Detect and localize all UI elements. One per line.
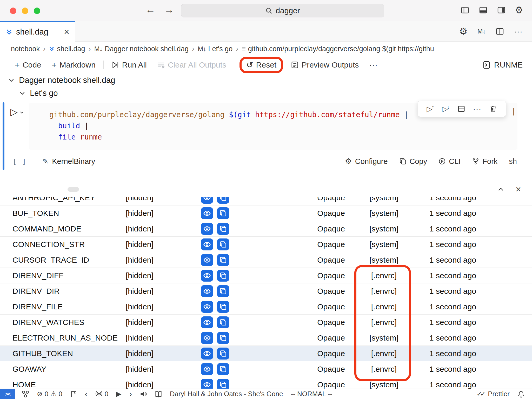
collapse-chevron-icon[interactable] — [19, 90, 25, 96]
flag-icon[interactable] — [70, 391, 77, 397]
previous-track-button[interactable]: ‹ — [85, 389, 88, 399]
code-link[interactable]: https://github.com/stateful/runme — [255, 110, 400, 119]
play-button[interactable]: ▶ — [116, 390, 121, 398]
command-center-search[interactable]: dagger — [181, 4, 384, 17]
env-table-row[interactable]: DIRENV_FILE [hidden] — [0, 299, 532, 315]
close-panel-icon[interactable]: × — [516, 185, 521, 194]
execute-below-button[interactable]: ▷↓ — [442, 105, 450, 113]
more-actions-icon[interactable]: ··· — [514, 27, 523, 36]
forward-button[interactable]: → — [164, 4, 174, 15]
back-button[interactable]: ← — [145, 4, 155, 15]
panel-tab[interactable] — [68, 187, 79, 192]
run-options-chevron-icon[interactable] — [19, 110, 24, 115]
broadcast-status[interactable]: 0 — [95, 390, 108, 398]
split-editor-icon[interactable] — [495, 27, 504, 36]
toggle-panel-icon[interactable] — [478, 6, 488, 14]
configure-button[interactable]: ⚙ Configure — [345, 157, 388, 166]
kernel-selector[interactable]: ✎ KernelBinary — [42, 157, 95, 166]
source-control-tree-icon[interactable] — [22, 390, 29, 398]
env-table-row[interactable]: CONNECTION_STR [hidden] — [0, 237, 532, 252]
clear-all-outputs-button[interactable]: Clear All Outputs — [152, 58, 231, 72]
toggle-secondary-sidebar-icon[interactable] — [497, 6, 506, 14]
markdown-preview-icon[interactable]: M↓ — [477, 28, 486, 35]
volume-icon[interactable] — [140, 390, 147, 398]
vim-mode-indicator[interactable]: -- NORMAL -- — [291, 390, 332, 398]
breadcrumb-item-notebook[interactable]: notebook — [11, 45, 40, 53]
formatter-status[interactable]: ✓✓ Prettier — [477, 390, 510, 398]
remote-indicator[interactable]: >< — [0, 389, 15, 399]
cell-more-button[interactable]: ··· — [473, 104, 482, 113]
copy-value-button[interactable] — [217, 238, 229, 250]
reveal-value-button[interactable] — [201, 301, 213, 313]
env-table-row[interactable]: ELECTRON_RUN_AS_NODE [hidden] — [0, 330, 532, 346]
close-tab-icon[interactable]: × — [64, 27, 69, 37]
copy-value-button[interactable] — [217, 223, 229, 235]
copy-value-button[interactable] — [217, 197, 229, 204]
reveal-value-button[interactable] — [201, 207, 213, 219]
song-title[interactable]: Daryl Hall & John Oates - She's Gone — [170, 390, 283, 398]
env-table-row[interactable]: ANTHROPIC_API_KEY [hidden] — [0, 197, 532, 205]
reveal-value-button[interactable] — [201, 285, 213, 297]
run-cell-button[interactable]: ▷ — [10, 107, 18, 117]
next-track-button[interactable]: › — [129, 389, 132, 399]
copy-value-button[interactable] — [217, 207, 229, 219]
breadcrumb-item-section[interactable]: M↓ Let's go — [198, 45, 232, 53]
reveal-value-button[interactable] — [201, 348, 213, 360]
preview-outputs-button[interactable]: Preview Outputs — [286, 58, 364, 72]
copy-value-button[interactable] — [217, 285, 229, 297]
execute-above-button[interactable]: ▷↑ — [427, 105, 434, 113]
reset-button[interactable]: ↺ Reset — [243, 59, 280, 71]
copy-value-button[interactable] — [217, 254, 229, 266]
copy-value-button[interactable] — [217, 379, 229, 389]
runme-button[interactable]: RUNME — [482, 61, 523, 69]
copy-value-button[interactable] — [217, 316, 229, 328]
copy-value-button[interactable] — [217, 332, 229, 344]
reveal-value-button[interactable] — [201, 332, 213, 344]
reveal-value-button[interactable] — [201, 270, 213, 282]
reveal-value-button[interactable] — [201, 197, 213, 204]
reveal-value-button[interactable] — [201, 363, 213, 375]
problems-status[interactable]: ⊘ 0 ⚠ 0 — [37, 390, 62, 398]
copy-value-button[interactable] — [217, 270, 229, 282]
notebook-settings-gear-icon[interactable]: ⚙ — [459, 27, 467, 36]
now-playing-book-icon[interactable] — [155, 390, 162, 398]
breadcrumb-item-notebook-title[interactable]: M↓ Dagger notebook shell.dag — [94, 45, 189, 53]
copy-value-button[interactable] — [217, 363, 229, 375]
reveal-value-button[interactable] — [201, 254, 213, 266]
env-table-row[interactable]: DIRENV_DIFF [hidden] — [0, 268, 532, 283]
delete-cell-button[interactable] — [489, 105, 497, 113]
split-cell-button[interactable] — [457, 105, 465, 113]
reveal-value-button[interactable] — [201, 238, 213, 250]
copy-cell-button[interactable]: Copy — [399, 157, 427, 166]
maximize-panel-chevron-icon[interactable] — [497, 186, 504, 193]
minimize-window-button[interactable] — [22, 8, 28, 14]
env-table-row[interactable]: GOAWAY [hidden] — [0, 361, 532, 377]
settings-gear-icon[interactable]: ⚙ — [515, 5, 523, 15]
env-table-row[interactable]: CURSOR_TRACE_ID [hidden] — [0, 252, 532, 268]
add-markdown-cell-button[interactable]: + Markdown — [46, 58, 101, 72]
zoom-window-button[interactable] — [34, 8, 40, 14]
env-table-row[interactable]: DIRENV_DIR [hidden] — [0, 283, 532, 299]
cell-language-label[interactable]: sh — [509, 157, 517, 166]
collapse-chevron-icon[interactable] — [8, 77, 15, 83]
breadcrumb-item-file[interactable]: shell.dag — [49, 45, 85, 53]
env-table-row[interactable]: DIRENV_WATCHES [hidden] — [0, 315, 532, 330]
env-table-row[interactable]: BUF_TOKEN [hidden] — [0, 205, 532, 221]
fork-button[interactable]: Fork — [472, 157, 497, 166]
reveal-value-button[interactable] — [201, 316, 213, 328]
copy-value-button[interactable] — [217, 301, 229, 313]
reveal-value-button[interactable] — [201, 223, 213, 235]
toolbar-more-button[interactable]: ··· — [364, 58, 383, 72]
toggle-primary-sidebar-icon[interactable] — [460, 6, 470, 14]
env-table-row[interactable]: HOME [hidden] — [0, 377, 532, 389]
cli-button[interactable]: CLI — [438, 157, 461, 166]
reveal-value-button[interactable] — [201, 379, 213, 389]
breadcrumb-item-code-cell[interactable]: ≡ github.com/purpleclay/daggerverse/gola… — [242, 45, 434, 53]
env-table-row[interactable]: GITHUB_TOKEN [hidden] — [0, 346, 532, 361]
close-window-button[interactable] — [10, 8, 16, 14]
run-all-button[interactable]: Run All — [106, 58, 152, 72]
notifications-bell-icon[interactable] — [517, 390, 525, 398]
tab-shell-dag[interactable]: shell.dag × — [0, 21, 75, 42]
add-code-cell-button[interactable]: + Code — [9, 58, 46, 72]
env-table-row[interactable]: COMMAND_MODE [hidden] — [0, 221, 532, 237]
